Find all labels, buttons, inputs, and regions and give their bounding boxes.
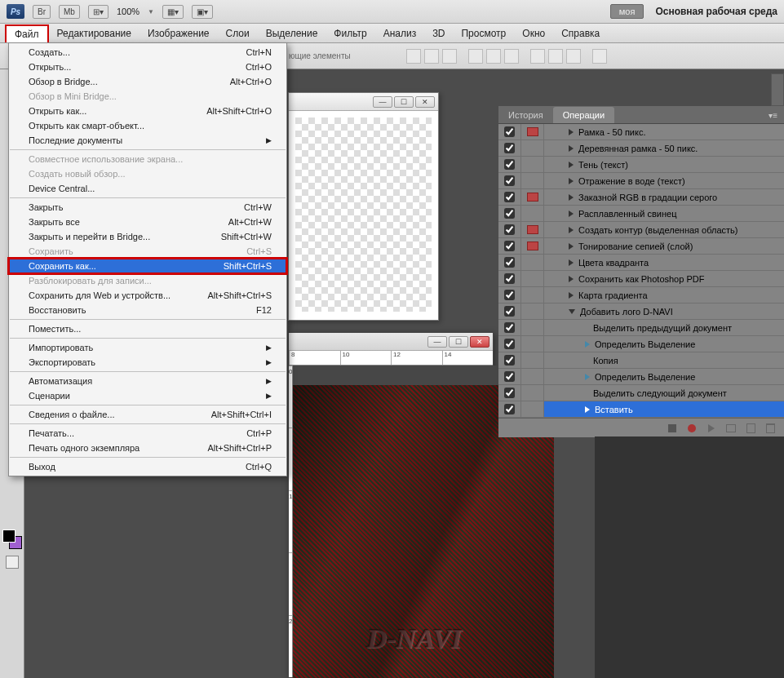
action-checkbox[interactable] (504, 224, 515, 235)
distribute-icon[interactable] (566, 49, 581, 64)
action-toggle-cell[interactable] (498, 385, 521, 401)
zoom-dropdown-icon[interactable]: ▼ (148, 8, 154, 16)
expand-right-icon[interactable] (569, 145, 574, 152)
action-toggle-cell[interactable] (498, 206, 521, 221)
action-dialog-cell[interactable] (521, 287, 544, 303)
distribute-icon[interactable] (530, 49, 545, 64)
menu-item[interactable]: Создать...Ctrl+N (9, 45, 286, 60)
align-icon[interactable] (468, 49, 483, 64)
screen-mode-button[interactable]: ⊞▾ (88, 5, 109, 19)
expand-right-icon[interactable] (569, 276, 574, 282)
action-dialog-cell[interactable] (521, 271, 544, 286)
menu-item[interactable]: Поместить... (9, 321, 286, 336)
action-toggle-cell[interactable] (498, 140, 521, 156)
action-checkbox[interactable] (504, 273, 515, 284)
action-toggle-cell[interactable] (498, 304, 521, 319)
action-checkbox[interactable] (504, 306, 515, 317)
action-toggle-cell[interactable] (498, 238, 521, 254)
minimize-button[interactable]: — (427, 336, 447, 348)
menu-item[interactable]: Сценарии▶ (9, 388, 286, 403)
action-checkbox[interactable] (504, 388, 515, 398)
menu-item[interactable]: ВыходCtrl+Q (9, 459, 286, 474)
document-titlebar[interactable]: — ☐ ✕ (289, 93, 438, 111)
action-checkbox[interactable] (504, 322, 515, 333)
expand-right-icon[interactable] (569, 178, 574, 184)
zoom-level[interactable]: 100% (117, 7, 140, 16)
action-row[interactable]: Определить Выделение (498, 369, 784, 385)
action-checkbox[interactable] (504, 175, 515, 186)
menu-item[interactable]: Сохранить для Web и устройств...Alt+Shif… (9, 288, 286, 303)
new-action-button[interactable] (745, 423, 756, 434)
expand-right-icon[interactable] (585, 341, 590, 348)
menu-item[interactable]: Закрыть всеAlt+Ctrl+W (9, 215, 286, 229)
action-checkbox[interactable] (504, 126, 515, 137)
delete-button[interactable] (764, 423, 776, 434)
close-button[interactable]: ✕ (415, 96, 435, 108)
action-toggle-cell[interactable] (498, 189, 521, 205)
action-dialog-cell[interactable] (521, 401, 544, 417)
color-swatches[interactable] (2, 530, 22, 549)
collapsed-panel-tab[interactable] (771, 73, 784, 106)
action-row[interactable]: Выделить предыдущий документ (498, 320, 784, 336)
new-set-button[interactable] (725, 423, 737, 434)
maximize-button[interactable]: ☐ (394, 96, 414, 108)
action-checkbox[interactable] (504, 404, 515, 414)
menu-item[interactable]: Открыть как...Alt+Shift+Ctrl+O (9, 104, 286, 118)
action-toggle-cell[interactable] (498, 255, 521, 270)
action-checkbox[interactable] (504, 371, 515, 382)
action-checkbox[interactable] (504, 143, 515, 153)
action-row[interactable]: Тень (текст) (498, 157, 784, 173)
close-button[interactable]: ✕ (470, 336, 489, 348)
align-icon[interactable] (424, 49, 439, 64)
action-dialog-cell[interactable] (521, 320, 544, 335)
menu-item[interactable]: Экспортировать▶ (9, 355, 286, 370)
action-row[interactable]: Создать контур (выделенная область) (498, 222, 784, 238)
menu-item[interactable]: Печать одного экземпляраAlt+Shift+Ctrl+P (9, 441, 286, 455)
foreground-color-swatch[interactable] (2, 530, 16, 543)
action-checkbox[interactable] (504, 355, 515, 366)
menu-edit[interactable]: Редактирование (49, 25, 140, 42)
menu-filter[interactable]: Фильтр (326, 25, 374, 42)
minibridge-button[interactable]: Mb (59, 5, 80, 19)
action-row[interactable]: Расплавленный свинец (498, 206, 784, 222)
action-dialog-cell[interactable] (521, 140, 544, 156)
action-dialog-cell[interactable] (521, 189, 544, 205)
action-dialog-cell[interactable] (521, 157, 544, 172)
action-toggle-cell[interactable] (498, 320, 521, 335)
history-tab[interactable]: История (498, 107, 553, 123)
menu-3d[interactable]: 3D (424, 25, 453, 42)
action-toggle-cell[interactable] (498, 336, 521, 352)
action-row[interactable]: Сохранить как Photoshop PDF (498, 271, 784, 287)
menu-item[interactable]: Обзор в Bridge...Alt+Ctrl+O (9, 74, 286, 89)
workspace-button[interactable]: моя (610, 4, 644, 19)
menu-image[interactable]: Изображение (140, 25, 218, 42)
menu-select[interactable]: Выделение (258, 25, 326, 42)
panel-menu-icon[interactable]: ▾≡ (762, 108, 784, 123)
action-row[interactable]: Копия (498, 352, 784, 369)
minimize-button[interactable]: — (373, 96, 392, 108)
expand-right-icon[interactable] (569, 259, 574, 266)
action-dialog-cell[interactable] (521, 336, 544, 352)
menu-item[interactable]: Автоматизация▶ (9, 374, 286, 388)
expand-right-icon[interactable] (569, 129, 574, 135)
menu-help[interactable]: Справка (553, 25, 608, 42)
menu-analysis[interactable]: Анализ (375, 25, 425, 42)
menu-layer[interactable]: Слои (218, 25, 258, 42)
menu-view[interactable]: Просмотр (453, 25, 514, 42)
action-dialog-cell[interactable] (521, 173, 544, 188)
action-toggle-cell[interactable] (498, 157, 521, 172)
menu-item[interactable]: Открыть как смарт-объект... (9, 118, 286, 133)
menu-item[interactable]: ВосстановитьF12 (9, 303, 286, 317)
menu-item[interactable]: Сведения о файле...Alt+Shift+Ctrl+I (9, 407, 286, 422)
action-dialog-cell[interactable] (521, 238, 544, 254)
menu-item[interactable]: ЗакрытьCtrl+W (9, 200, 286, 215)
action-row[interactable]: Цвета квадранта (498, 255, 784, 271)
expand-right-icon[interactable] (569, 194, 574, 201)
action-row[interactable]: Карта градиента (498, 287, 784, 304)
action-toggle-cell[interactable] (498, 287, 521, 303)
quick-mask-button[interactable] (6, 556, 19, 569)
menu-item[interactable]: Device Central... (9, 181, 286, 196)
expand-right-icon[interactable] (569, 292, 574, 299)
action-checkbox[interactable] (504, 290, 515, 300)
action-row[interactable]: Вставить (498, 401, 784, 418)
